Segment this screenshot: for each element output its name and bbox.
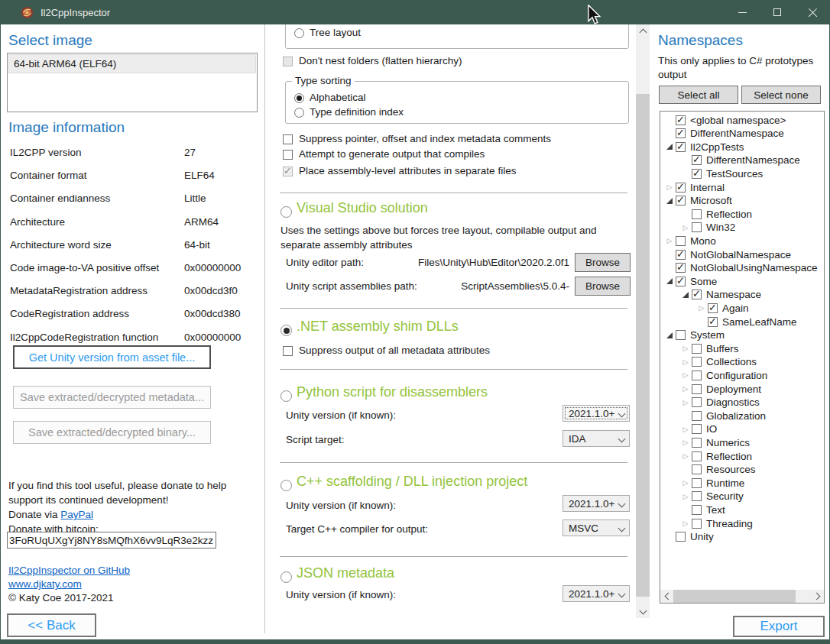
script-target-dropdown[interactable]: IDA bbox=[563, 430, 630, 447]
namespace-checkbox[interactable] bbox=[676, 142, 686, 152]
image-list-item[interactable]: 64-bit ARM64 (ELF64) bbox=[8, 54, 256, 73]
scrollbar-thumb[interactable] bbox=[636, 94, 650, 597]
namespace-checkbox[interactable] bbox=[692, 451, 702, 461]
namespace-checkbox[interactable] bbox=[692, 384, 702, 394]
namespace-checkbox[interactable] bbox=[676, 128, 686, 138]
shim-dlls-radio[interactable] bbox=[280, 325, 292, 336]
collapse-icon[interactable] bbox=[663, 332, 676, 338]
tree-horizontal-scrollbar[interactable] bbox=[660, 590, 824, 603]
namespace-checkbox[interactable] bbox=[676, 532, 686, 542]
back-button[interactable]: << Back bbox=[7, 613, 96, 637]
sort-alphabetical-radio[interactable] bbox=[294, 93, 304, 103]
namespace-checkbox[interactable] bbox=[692, 155, 702, 165]
expand-icon[interactable] bbox=[679, 519, 692, 527]
collapse-icon[interactable] bbox=[663, 198, 676, 204]
collapse-icon[interactable] bbox=[663, 144, 676, 150]
cpp-unity-version-dropdown[interactable]: 2021.1.0+ bbox=[563, 495, 630, 512]
collapse-icon[interactable] bbox=[663, 278, 676, 284]
namespace-checkbox[interactable] bbox=[708, 317, 718, 327]
namespace-checkbox[interactable] bbox=[692, 344, 702, 354]
namespace-checkbox[interactable] bbox=[692, 424, 702, 434]
website-link[interactable]: www.djkaty.com bbox=[8, 578, 82, 590]
namespace-checkbox[interactable] bbox=[692, 478, 702, 488]
browse-editor-path-button[interactable]: Browse bbox=[575, 253, 631, 272]
scroll-down-button[interactable] bbox=[636, 605, 650, 618]
namespace-checkbox[interactable] bbox=[692, 169, 702, 179]
namespace-tree-item[interactable]: Resources bbox=[679, 463, 756, 477]
suppress-metadata-attrs-checkbox[interactable] bbox=[283, 346, 293, 356]
expand-icon[interactable] bbox=[679, 452, 692, 460]
namespace-tree-item[interactable]: Buffers bbox=[679, 341, 739, 355]
scrollbar-thumb[interactable] bbox=[673, 590, 796, 603]
scroll-up-button[interactable] bbox=[636, 24, 650, 37]
unity-editor-path-input[interactable]: Files\Unity\Hub\Editor\2020.2.0f1 bbox=[409, 257, 569, 268]
select-none-button[interactable]: Select none bbox=[741, 86, 821, 104]
bitcoin-address-input[interactable] bbox=[7, 532, 216, 549]
json-unity-version-dropdown[interactable]: 2021.1.0+ bbox=[563, 585, 630, 602]
export-button[interactable]: Export bbox=[733, 616, 825, 637]
paypal-link[interactable]: PayPal bbox=[60, 509, 93, 520]
close-button[interactable] bbox=[795, 0, 830, 24]
namespace-tree-item[interactable]: Text bbox=[679, 503, 725, 516]
suppress-comments-checkbox[interactable] bbox=[283, 134, 293, 144]
options-scrollbar[interactable] bbox=[636, 24, 650, 618]
namespace-tree-item[interactable]: Threading bbox=[679, 516, 753, 530]
expand-icon[interactable] bbox=[679, 385, 692, 393]
cpp-scaffolding-radio[interactable] bbox=[280, 480, 292, 491]
github-link[interactable]: Il2CppInspector on GitHub bbox=[8, 565, 130, 576]
namespaces-tree[interactable]: <global namespace>DifferentNamespaceIl2C… bbox=[660, 111, 825, 604]
expand-icon[interactable] bbox=[663, 237, 676, 244]
expand-icon[interactable] bbox=[679, 345, 692, 352]
namespace-tree-item[interactable]: <global namespace> bbox=[663, 113, 786, 127]
namespace-tree-item[interactable]: Configuration bbox=[679, 368, 767, 382]
namespace-tree-item[interactable]: IO bbox=[679, 422, 717, 436]
namespace-tree-item[interactable]: Internal bbox=[663, 180, 725, 194]
browse-assemblies-path-button[interactable]: Browse bbox=[575, 277, 631, 296]
vs-solution-radio[interactable] bbox=[280, 206, 292, 218]
scroll-left-button[interactable] bbox=[660, 590, 673, 603]
namespace-checkbox[interactable] bbox=[692, 491, 702, 501]
namespace-checkbox[interactable] bbox=[676, 196, 686, 205]
namespace-checkbox[interactable] bbox=[676, 236, 686, 246]
expand-icon[interactable] bbox=[679, 426, 692, 433]
namespace-tree-item[interactable]: Again bbox=[695, 301, 749, 315]
namespace-checkbox[interactable] bbox=[692, 222, 702, 232]
separate-attributes-checkbox[interactable] bbox=[283, 167, 293, 176]
namespace-checkbox[interactable] bbox=[692, 464, 702, 474]
namespace-tree-item[interactable]: TestSources bbox=[679, 167, 763, 180]
json-metadata-radio[interactable] bbox=[280, 571, 292, 583]
expand-icon[interactable] bbox=[679, 479, 692, 487]
expand-icon[interactable] bbox=[679, 224, 692, 231]
namespace-tree-item[interactable]: NotGlobalNamespace bbox=[663, 248, 791, 261]
namespace-checkbox[interactable] bbox=[692, 411, 702, 421]
namespace-checkbox[interactable] bbox=[692, 519, 702, 529]
namespace-tree-item[interactable]: Some bbox=[663, 274, 717, 288]
namespace-tree-item[interactable]: Reflection bbox=[679, 207, 752, 221]
namespace-tree-item[interactable]: Il2CppTests bbox=[663, 140, 744, 154]
namespace-tree-item[interactable]: Globalization bbox=[679, 409, 766, 422]
namespace-checkbox[interactable] bbox=[676, 115, 686, 125]
expand-icon[interactable] bbox=[679, 399, 692, 406]
namespace-tree-item[interactable]: Runtime bbox=[679, 476, 744, 490]
namespace-tree-item[interactable]: Diagnostics bbox=[679, 396, 760, 409]
namespace-tree-item[interactable]: Unity bbox=[663, 530, 714, 544]
namespace-checkbox[interactable] bbox=[692, 209, 702, 219]
namespace-checkbox[interactable] bbox=[708, 303, 718, 313]
namespace-checkbox[interactable] bbox=[676, 263, 686, 273]
namespace-checkbox[interactable] bbox=[692, 438, 702, 448]
expand-icon[interactable] bbox=[663, 183, 676, 191]
maximize-button[interactable] bbox=[760, 0, 795, 24]
script-assemblies-path-input[interactable]: -5.0.4\ScriptAssemblies bbox=[409, 280, 569, 292]
compilable-output-checkbox[interactable] bbox=[283, 150, 293, 160]
image-listbox[interactable]: 64-bit ARM64 (ELF64) bbox=[7, 53, 258, 112]
namespace-tree-item[interactable]: Mono bbox=[663, 234, 716, 248]
namespace-checkbox[interactable] bbox=[692, 290, 702, 299]
scroll-right-button[interactable] bbox=[811, 590, 824, 603]
namespace-tree-item[interactable]: Microsoft bbox=[663, 194, 732, 208]
namespace-checkbox[interactable] bbox=[692, 357, 702, 367]
namespace-tree-item[interactable]: Namespace bbox=[679, 288, 761, 302]
save-metadata-button[interactable]: Save extracted/decrypted metadata... bbox=[13, 386, 211, 409]
save-binary-button[interactable]: Save extracted/decrypted binary... bbox=[13, 421, 211, 444]
expand-icon[interactable] bbox=[695, 304, 708, 312]
python-unity-version-dropdown[interactable]: 2021.1.0+ bbox=[563, 405, 630, 422]
